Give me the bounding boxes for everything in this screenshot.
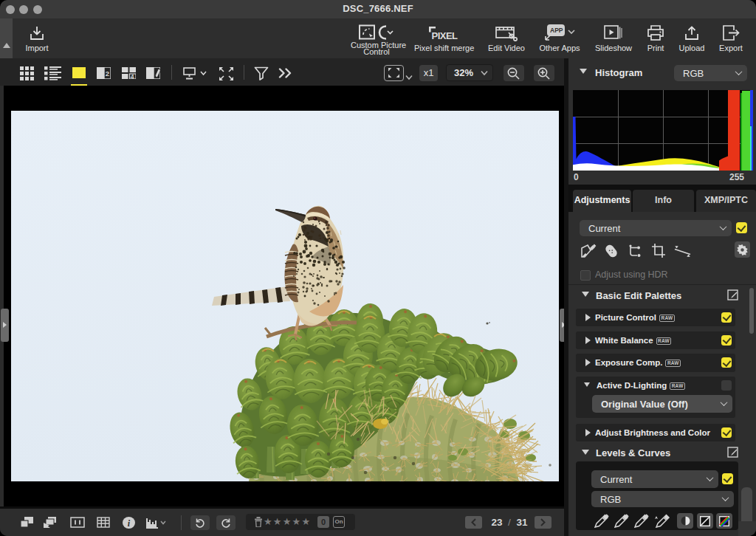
svg-text:PIXEL: PIXEL [432, 30, 458, 41]
svg-text:2: 2 [106, 69, 109, 78]
svg-text:APP: APP [550, 27, 563, 34]
svg-text:4: 4 [131, 73, 134, 79]
